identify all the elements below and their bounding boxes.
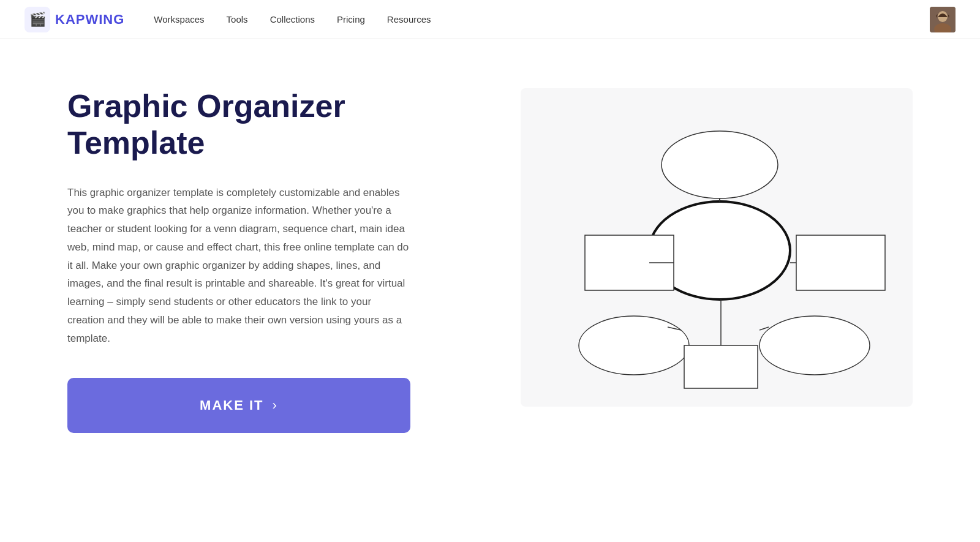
nav-collections[interactable]: Collections <box>270 14 315 24</box>
page-title: Graphic Organizer Template <box>67 88 472 162</box>
preview-container <box>521 88 913 407</box>
main-content: Graphic Organizer Template This graphic … <box>0 39 919 470</box>
page-description: This graphic organizer template is compl… <box>67 184 410 348</box>
svg-rect-8 <box>796 235 885 290</box>
left-panel: Graphic Organizer Template This graphic … <box>67 88 472 433</box>
user-avatar[interactable] <box>930 7 956 32</box>
right-panel <box>521 88 913 407</box>
avatar-image <box>930 7 956 32</box>
main-nav: Workspaces Tools Collections Pricing Res… <box>154 14 431 24</box>
nav-pricing[interactable]: Pricing <box>337 14 365 24</box>
nav-tools[interactable]: Tools <box>227 14 248 24</box>
header: 🎬 KAPWING Workspaces Tools Collections P… <box>0 0 980 39</box>
make-it-button[interactable]: MAKE IT › <box>67 378 410 433</box>
svg-line-13 <box>760 327 769 330</box>
logo-text: KAPWING <box>55 12 124 28</box>
svg-rect-14 <box>684 345 758 388</box>
svg-point-4 <box>662 131 778 198</box>
logo-icon: 🎬 <box>24 7 50 32</box>
nav-workspaces[interactable]: Workspaces <box>154 14 204 24</box>
nav-resources[interactable]: Resources <box>387 14 431 24</box>
logo[interactable]: 🎬 KAPWING <box>24 7 124 32</box>
graphic-organizer-diagram <box>539 100 894 394</box>
svg-point-10 <box>579 316 689 375</box>
make-it-label: MAKE IT <box>200 397 263 413</box>
arrow-icon: › <box>273 397 278 413</box>
svg-point-12 <box>760 316 870 375</box>
